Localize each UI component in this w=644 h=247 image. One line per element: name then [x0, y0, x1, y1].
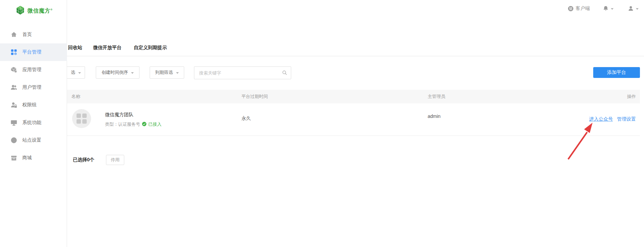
column-actions: 操作 [627, 90, 636, 103]
sort-dropdown[interactable]: 创建时间倒序 [96, 66, 139, 79]
chevron-down-icon [611, 8, 614, 10]
table-row: 微信魔方团队 类型：认证服务号 已接入 永久 admin 进入公众号 管理设置 [67, 103, 640, 136]
search-box [194, 66, 291, 79]
tab-bar: 回收站 微信开放平台 自定义到期提示 [67, 41, 644, 56]
client-sliders-icon [568, 6, 574, 12]
globe-icon [10, 137, 17, 144]
platform-avatar [72, 109, 91, 128]
sidebar-item-apps[interactable]: 应用管理 [0, 61, 67, 79]
platform-name: 微信魔方团队 [105, 112, 133, 118]
search-input[interactable] [194, 66, 291, 79]
sidebar-item-mall[interactable]: 商城 [0, 149, 67, 167]
column-expiry: 平台过期时间 [241, 90, 268, 103]
sidebar-item-users[interactable]: 用户管理 [0, 79, 67, 96]
cube-logo-icon [16, 5, 25, 16]
sidebar-item-home[interactable]: 首页 [0, 26, 67, 43]
chevron-down-icon [78, 72, 81, 74]
sidebar-item-permission[interactable]: 权限组 [0, 96, 67, 114]
chevron-down-icon [131, 72, 134, 74]
column-admin: 主管理员 [428, 90, 445, 103]
brand-mark: ® [50, 8, 53, 11]
tab-wechat-open-platform[interactable]: 微信开放平台 [93, 45, 122, 51]
sidebar-item-platform[interactable]: 平台管理 [0, 43, 67, 61]
bulk-actions-bar: 已选择0个 停用 [67, 152, 640, 169]
admin-value: admin [428, 114, 441, 119]
app-cube-icon [10, 66, 17, 73]
account-menu[interactable] [628, 5, 639, 12]
sidebar-menu: 首页 平台管理 [0, 26, 67, 167]
search-icon[interactable] [282, 70, 287, 77]
platform-icon [10, 49, 17, 56]
store-icon [10, 155, 17, 161]
filter-bar: 选 创建时间倒序 到期筛选 添加平台 [0, 66, 644, 81]
sidebar: 微信魔方® 首页 平台管理 [0, 0, 67, 247]
expiry-filter-dropdown[interactable]: 到期筛选 [150, 66, 184, 79]
user-avatar-icon [628, 5, 634, 12]
column-name: 名称 [71, 90, 80, 103]
add-platform-button[interactable]: 添加平台 [593, 67, 640, 78]
tab-recycle-bin[interactable]: 回收站 [68, 45, 82, 51]
connected-status: 已接入 [148, 121, 162, 127]
sidebar-item-site[interactable]: 站点设置 [0, 131, 67, 149]
row-actions: 进入公众号 管理设置 [589, 116, 636, 122]
enter-official-account-link[interactable]: 进入公众号 [589, 116, 613, 122]
chevron-down-icon [176, 72, 179, 74]
client-menu[interactable]: 客户端 [568, 5, 590, 12]
disable-button[interactable]: 停用 [106, 155, 124, 165]
home-icon [10, 31, 17, 38]
manage-settings-link[interactable]: 管理设置 [617, 116, 636, 122]
notifications-menu[interactable] [603, 5, 614, 12]
check-circle-icon [142, 122, 147, 127]
user-lock-icon [10, 102, 17, 108]
topbar: 客户端 [67, 0, 644, 17]
expiry-value: 永久 [241, 116, 251, 122]
brand-name: 微信魔方® [27, 7, 53, 15]
page: 微信魔方® 首页 平台管理 [0, 0, 644, 247]
platform-type-line: 类型：认证服务号 已接入 [105, 121, 162, 127]
monitor-icon [10, 119, 17, 126]
selected-count: 已选择0个 [73, 157, 94, 163]
table-header: 名称 平台过期时间 主管理员 操作 [67, 90, 640, 103]
tab-custom-expiry-notice[interactable]: 自定义到期提示 [134, 45, 167, 51]
brand-logo: 微信魔方® [16, 5, 53, 16]
sidebar-item-system[interactable]: 系统功能 [0, 114, 67, 131]
users-icon [10, 84, 17, 91]
platform-type-label: 类型：认证服务号 [105, 121, 140, 127]
bell-icon [603, 5, 609, 12]
chevron-down-icon [636, 8, 639, 10]
